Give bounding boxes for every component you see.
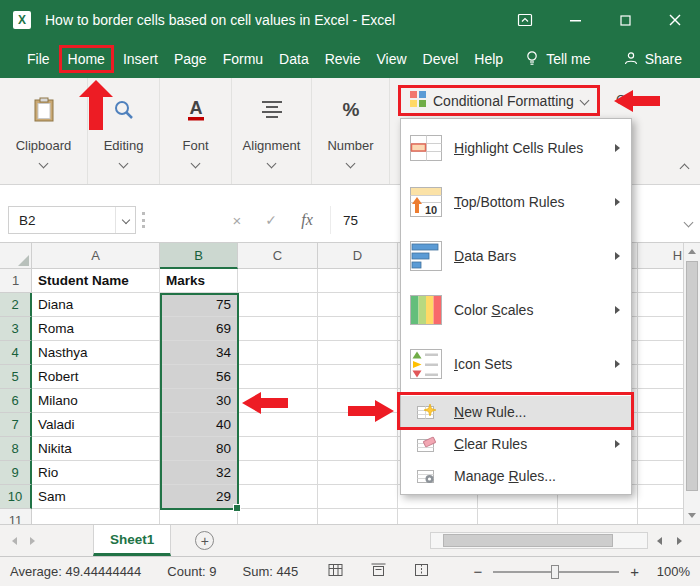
- menu-item-data-bars[interactable]: Data Bars: [401, 229, 631, 283]
- cell[interactable]: 30: [160, 389, 238, 413]
- sheet-tab-sheet1[interactable]: Sheet1: [93, 525, 171, 556]
- tab-formulas[interactable]: Formu: [216, 45, 270, 73]
- cell[interactable]: Sam: [32, 485, 160, 509]
- ribbon-group-number[interactable]: % Number: [312, 78, 390, 184]
- page-layout-view-icon[interactable]: [371, 563, 386, 580]
- new-sheet-icon[interactable]: +: [195, 531, 214, 550]
- menu-item-top-bottom-rules[interactable]: 10 Top/Bottom Rules: [401, 175, 631, 229]
- select-all-corner[interactable]: [0, 243, 32, 269]
- tab-page-layout[interactable]: Page: [167, 45, 214, 73]
- tell-me-box[interactable]: Tell me: [525, 50, 590, 69]
- cell[interactable]: 32: [160, 461, 238, 485]
- page-break-preview-icon[interactable]: [414, 563, 429, 580]
- row-header[interactable]: 4: [0, 341, 32, 365]
- cell[interactable]: [238, 413, 318, 437]
- zoom-slider[interactable]: [493, 571, 619, 573]
- row-header[interactable]: 6: [0, 389, 32, 413]
- enter-icon[interactable]: ✓: [256, 206, 286, 234]
- cell-styles-button-partial[interactable]: Ce: [616, 92, 633, 107]
- conditional-formatting-button[interactable]: Conditional Formatting: [398, 85, 600, 116]
- menu-item-new-rule[interactable]: New Rule...: [401, 396, 631, 428]
- cell[interactable]: 34: [160, 341, 238, 365]
- cell[interactable]: [238, 317, 318, 341]
- row-header[interactable]: 7: [0, 413, 32, 437]
- cell[interactable]: Robert: [32, 365, 160, 389]
- name-box[interactable]: B2: [8, 206, 136, 234]
- cancel-icon[interactable]: ×: [222, 206, 252, 234]
- row-header[interactable]: 9: [0, 461, 32, 485]
- maximize-button[interactable]: [600, 0, 650, 40]
- cell[interactable]: [318, 389, 398, 413]
- cell[interactable]: [318, 317, 398, 341]
- tab-help[interactable]: Help: [467, 45, 510, 73]
- horizontal-scrollbar[interactable]: [430, 531, 688, 550]
- tab-file[interactable]: File: [20, 45, 57, 73]
- cell[interactable]: [318, 269, 398, 293]
- tab-view[interactable]: View: [369, 45, 413, 73]
- cell[interactable]: [238, 365, 318, 389]
- horizontal-scrollbar-thumb[interactable]: [443, 534, 613, 547]
- cell[interactable]: 40: [160, 413, 238, 437]
- collapse-ribbon-icon[interactable]: [681, 159, 688, 175]
- cell[interactable]: 75: [160, 293, 238, 317]
- row-header[interactable]: 5: [0, 365, 32, 389]
- cell[interactable]: [238, 389, 318, 413]
- cell[interactable]: [238, 269, 318, 293]
- column-header-a[interactable]: A: [32, 243, 160, 269]
- column-header-b[interactable]: B: [160, 243, 238, 269]
- zoom-in-icon[interactable]: +: [630, 563, 639, 580]
- cell[interactable]: [318, 293, 398, 317]
- empty-cells[interactable]: [398, 509, 700, 524]
- cell[interactable]: [238, 461, 318, 485]
- cell[interactable]: [318, 437, 398, 461]
- ribbon-group-clipboard[interactable]: Clipboard: [0, 78, 88, 184]
- cell[interactable]: [318, 509, 398, 524]
- row-header[interactable]: 11: [0, 509, 32, 524]
- row-header[interactable]: 3: [0, 317, 32, 341]
- cell[interactable]: [238, 341, 318, 365]
- ribbon-group-alignment[interactable]: Alignment: [232, 78, 312, 184]
- previous-sheet-icon[interactable]: [12, 537, 17, 545]
- cell[interactable]: Diana: [32, 293, 160, 317]
- zoom-level[interactable]: 100%: [650, 564, 690, 579]
- cell[interactable]: [318, 413, 398, 437]
- zoom-slider-thumb[interactable]: [551, 565, 559, 579]
- cell[interactable]: Milano: [32, 389, 160, 413]
- cell[interactable]: [238, 293, 318, 317]
- row-header[interactable]: 10: [0, 485, 32, 509]
- share-button[interactable]: Share: [624, 51, 682, 68]
- horizontal-scrollbar-track[interactable]: [430, 532, 648, 549]
- tab-data[interactable]: Data: [272, 45, 316, 73]
- menu-item-clear-rules[interactable]: Clear Rules: [401, 428, 631, 460]
- cell[interactable]: 80: [160, 437, 238, 461]
- row-header[interactable]: 2: [0, 293, 32, 317]
- chevron-down-icon[interactable]: [115, 207, 135, 233]
- next-sheet-icon[interactable]: [30, 537, 35, 545]
- row-header[interactable]: 1: [0, 269, 32, 293]
- cell[interactable]: 56: [160, 365, 238, 389]
- cell[interactable]: 69: [160, 317, 238, 341]
- cell[interactable]: Marks: [160, 269, 238, 293]
- column-header-c[interactable]: C: [238, 243, 318, 269]
- row-header[interactable]: 8: [0, 437, 32, 461]
- close-button[interactable]: [650, 0, 700, 40]
- tab-home[interactable]: Home: [59, 45, 114, 73]
- cell[interactable]: [318, 365, 398, 389]
- menu-item-color-scales[interactable]: Color Scales: [401, 283, 631, 337]
- zoom-out-icon[interactable]: −: [473, 563, 482, 580]
- insert-function-icon[interactable]: fx: [292, 206, 322, 234]
- tab-developer[interactable]: Devel: [416, 45, 466, 73]
- menu-item-icon-sets[interactable]: Icon Sets: [401, 337, 631, 391]
- ribbon-group-font[interactable]: A Font: [160, 78, 232, 184]
- cell[interactable]: Valadi: [32, 413, 160, 437]
- cell[interactable]: [318, 461, 398, 485]
- cell[interactable]: Nasthya: [32, 341, 160, 365]
- cell[interactable]: [318, 341, 398, 365]
- menu-item-manage-rules[interactable]: Manage Rules...: [401, 460, 631, 492]
- tab-insert[interactable]: Insert: [116, 45, 165, 73]
- vertical-scrollbar-thumb[interactable]: [686, 261, 698, 491]
- ribbon-group-editing[interactable]: Editing: [88, 78, 160, 184]
- menu-item-highlight-cells-rules[interactable]: Highlight Cells Rules: [401, 121, 631, 175]
- cell[interactable]: [160, 509, 238, 524]
- normal-view-icon[interactable]: [328, 563, 343, 580]
